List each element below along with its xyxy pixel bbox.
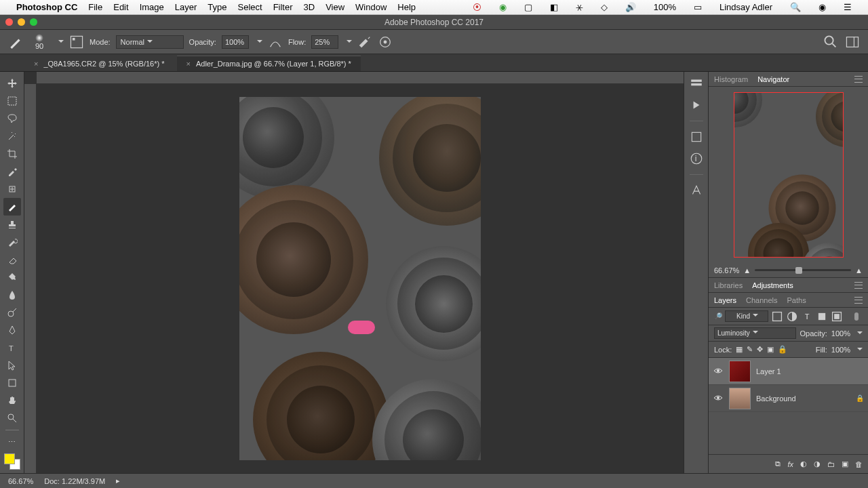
flow-input[interactable]: 25% (311, 35, 338, 49)
layer-name[interactable]: Background (756, 394, 796, 403)
lasso-tool[interactable] (3, 110, 21, 127)
layer-filter-select[interactable]: Kind (725, 310, 768, 322)
stamp-tool[interactable] (3, 216, 21, 233)
lock-artboard-icon[interactable]: ▣ (767, 345, 774, 354)
notif-icon[interactable]: ☰ (844, 2, 852, 12)
dodge-tool[interactable] (3, 304, 21, 321)
info-panel-icon[interactable]: i (690, 152, 703, 165)
blend-mode-select[interactable]: Luminosity (714, 327, 796, 339)
app-menu[interactable]: Photoshop CC (16, 2, 77, 12)
layer-row[interactable]: Background 🔒 (709, 385, 868, 412)
quick-select-tool[interactable] (3, 127, 21, 145)
visibility-toggle[interactable] (713, 394, 724, 403)
zoom-tool[interactable] (3, 409, 21, 427)
tool-preset-button[interactable] (8, 35, 23, 49)
menu-view[interactable]: View (326, 2, 344, 12)
edit-toolbar-button[interactable]: ⋯ (3, 433, 21, 451)
layer-fx-icon[interactable]: fx (787, 460, 793, 468)
color-swatches[interactable] (4, 453, 20, 470)
paths-tab[interactable]: Paths (787, 294, 806, 306)
document-tab[interactable]: × _Q8A1965.CR2 @ 15% (RGB/16*) * (24, 56, 174, 71)
document-canvas[interactable] (239, 97, 481, 460)
menu-window[interactable]: Window (355, 2, 387, 12)
shape-tool[interactable] (3, 374, 21, 392)
properties-panel-icon[interactable] (690, 131, 703, 143)
user-name[interactable]: Lindsay Adler (719, 2, 772, 12)
type-tool[interactable]: T (3, 339, 21, 357)
filter-shape-icon[interactable] (816, 310, 828, 323)
history-brush-tool[interactable] (3, 233, 21, 251)
adjustments-tab[interactable]: Adjustments (752, 279, 793, 291)
workspace-button[interactable] (845, 35, 860, 49)
layer-name[interactable]: Layer 1 (756, 367, 781, 375)
fill-value[interactable]: 100% (831, 346, 850, 354)
gradient-tool[interactable] (3, 268, 21, 286)
opacity-input[interactable]: 100% (222, 35, 249, 49)
menu-image[interactable]: Image (140, 2, 164, 12)
character-panel-icon[interactable] (690, 184, 703, 197)
cc-icon[interactable]: ◧ (550, 2, 558, 12)
close-tab-icon[interactable]: × (34, 60, 38, 68)
histogram-tab[interactable]: Histogram (714, 73, 748, 85)
eraser-tool[interactable] (3, 251, 21, 268)
menu-help[interactable]: Help (397, 2, 416, 12)
lock-all-icon[interactable]: 🔒 (778, 345, 787, 354)
menu-select[interactable]: Select (237, 2, 262, 12)
menu-type[interactable]: Type (208, 2, 226, 12)
foreground-swatch[interactable] (4, 453, 15, 464)
menu-edit[interactable]: Edit (113, 2, 128, 12)
channels-tab[interactable]: Channels (746, 294, 777, 306)
display-icon[interactable]: ▢ (524, 2, 532, 12)
navigator-preview[interactable] (709, 87, 868, 263)
layer-opacity-value[interactable]: 100% (831, 329, 850, 338)
adjustment-layer-icon[interactable]: ◑ (814, 460, 821, 468)
zoom-out-icon[interactable]: ▲ (743, 266, 751, 274)
panel-menu-icon[interactable] (854, 282, 863, 289)
group-icon[interactable]: 🗀 (827, 460, 835, 468)
pressure-size-button[interactable] (378, 35, 393, 49)
document-tab[interactable]: × Adler_Drama.jpg @ 66.7% (Layer 1, RGB/… (177, 56, 361, 71)
panel-menu-icon[interactable] (854, 76, 863, 83)
layer-mask-icon[interactable]: ◐ (800, 460, 807, 468)
actions-panel-icon[interactable] (690, 99, 703, 111)
healing-tool[interactable] (3, 180, 21, 198)
zoom-in-icon[interactable]: ▲ (855, 266, 863, 274)
move-tool[interactable] (3, 75, 21, 92)
airbrush-button[interactable] (357, 35, 372, 49)
eyedropper-tool[interactable] (3, 163, 21, 180)
navigator-zoom-value[interactable]: 66.67% (714, 266, 739, 274)
filter-smart-icon[interactable] (831, 310, 843, 323)
menu-filter[interactable]: Filter (273, 2, 293, 12)
layers-tab[interactable]: Layers (714, 294, 736, 306)
zoom-slider[interactable] (755, 269, 851, 271)
layer-row[interactable]: Layer 1 (709, 358, 868, 385)
navigator-tab[interactable]: Navigator (757, 73, 789, 85)
ruler-vertical[interactable] (24, 84, 37, 473)
spotlight-icon[interactable]: 🔍 (790, 2, 801, 12)
blend-mode-select[interactable]: Normal (116, 35, 184, 49)
pressure-opacity-button[interactable] (268, 35, 283, 49)
lock-transparency-icon[interactable]: ▦ (736, 345, 743, 354)
visibility-toggle[interactable] (713, 367, 724, 376)
search-icon[interactable] (823, 35, 838, 49)
pen-tool[interactable] (3, 321, 21, 339)
fill-chevron[interactable] (854, 346, 863, 354)
delete-layer-icon[interactable]: 🗑 (855, 460, 863, 468)
layer-thumbnail[interactable] (729, 361, 751, 382)
minimize-window-button[interactable] (18, 18, 25, 26)
brush-panel-button[interactable] (69, 35, 84, 49)
canvas-area[interactable] (24, 72, 684, 473)
status-chevron-icon[interactable]: ▸ (116, 476, 120, 485)
menu-3d[interactable]: 3D (304, 2, 315, 12)
lock-position-icon[interactable]: ✥ (757, 345, 763, 354)
filter-adjustment-icon[interactable] (786, 310, 798, 323)
opacity-chevron[interactable] (854, 329, 863, 338)
menu-file[interactable]: File (88, 2, 102, 12)
brush-preset-picker[interactable]: 90 (28, 31, 50, 53)
filter-type-icon[interactable]: T (801, 310, 813, 323)
brush-picker-chevron[interactable] (56, 38, 64, 46)
lock-pixels-icon[interactable]: ✎ (747, 345, 753, 354)
panel-menu-icon[interactable] (854, 297, 863, 304)
hand-tool[interactable] (3, 392, 21, 409)
ruler-horizontal[interactable] (37, 72, 684, 84)
